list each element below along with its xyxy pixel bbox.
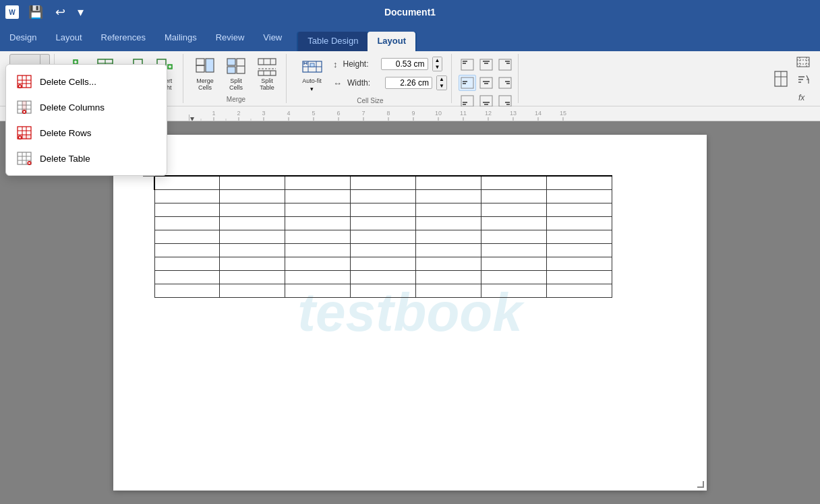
width-increment-button[interactable]: ▲ bbox=[437, 76, 446, 83]
table-cell[interactable] bbox=[285, 284, 351, 297]
table-cell[interactable] bbox=[351, 189, 416, 203]
table-cell[interactable] bbox=[154, 203, 220, 216]
table-cell[interactable] bbox=[220, 176, 285, 189]
table-cell[interactable] bbox=[220, 243, 285, 257]
dropdown-delete-cells[interactable]: Delete Cells... bbox=[6, 69, 167, 94]
table-cell[interactable] bbox=[547, 189, 612, 203]
table-row[interactable] bbox=[154, 203, 612, 216]
table-row[interactable] bbox=[154, 270, 612, 284]
table-cell[interactable] bbox=[416, 284, 481, 297]
width-decrement-button[interactable]: ▼ bbox=[437, 83, 446, 90]
tab-references[interactable]: References bbox=[92, 24, 155, 51]
table-row[interactable] bbox=[154, 189, 612, 203]
table-cell[interactable] bbox=[220, 216, 285, 230]
height-decrement-button[interactable]: ▼ bbox=[433, 64, 442, 71]
table-cell[interactable] bbox=[154, 216, 220, 230]
table-cell[interactable] bbox=[351, 270, 416, 284]
table-cell[interactable] bbox=[416, 243, 481, 257]
table-row[interactable] bbox=[154, 176, 612, 189]
table-cell[interactable] bbox=[351, 230, 416, 243]
table-cell[interactable] bbox=[481, 243, 547, 257]
formula-button[interactable]: fx bbox=[794, 89, 812, 105]
table-cell[interactable] bbox=[416, 230, 481, 243]
sort-button[interactable] bbox=[794, 71, 812, 88]
table-cell[interactable] bbox=[351, 176, 416, 189]
table-cell[interactable] bbox=[416, 203, 481, 216]
undo-button[interactable]: ↩ bbox=[53, 5, 68, 20]
table-cell[interactable] bbox=[285, 257, 351, 270]
document-table[interactable]: ✛ bbox=[154, 175, 666, 298]
tab-view[interactable]: View bbox=[254, 24, 291, 51]
table-cell[interactable] bbox=[547, 284, 612, 297]
customize-button[interactable]: ▾ bbox=[75, 5, 86, 20]
dropdown-delete-rows[interactable]: Delete Rows bbox=[6, 120, 167, 146]
table-cell[interactable] bbox=[154, 189, 220, 203]
table-cell[interactable] bbox=[154, 270, 220, 284]
table-cell[interactable] bbox=[547, 243, 612, 257]
table-cell[interactable] bbox=[285, 189, 351, 203]
table-cell[interactable] bbox=[416, 176, 481, 189]
table-row[interactable] bbox=[154, 257, 612, 270]
table-cell[interactable] bbox=[154, 230, 220, 243]
table-cell[interactable] bbox=[220, 270, 285, 284]
table-cell[interactable] bbox=[220, 203, 285, 216]
table-row[interactable] bbox=[154, 284, 612, 297]
table-cell[interactable] bbox=[351, 216, 416, 230]
width-input[interactable] bbox=[385, 77, 432, 89]
table-cell[interactable] bbox=[481, 257, 547, 270]
table-cell[interactable] bbox=[285, 203, 351, 216]
table-cell[interactable] bbox=[416, 216, 481, 230]
autofit-button[interactable]: Auto-fit ▾ bbox=[293, 54, 330, 96]
table-cell[interactable] bbox=[481, 216, 547, 230]
table-row[interactable] bbox=[154, 230, 612, 243]
text-direction-button[interactable] bbox=[769, 66, 793, 93]
height-input[interactable] bbox=[381, 58, 428, 70]
table-cell[interactable] bbox=[416, 270, 481, 284]
tab-mailings[interactable]: Mailings bbox=[155, 24, 206, 51]
table-cell[interactable] bbox=[547, 203, 612, 216]
merge-cells-button[interactable]: MergeCells bbox=[190, 54, 220, 94]
dropdown-delete-columns[interactable]: Delete Columns bbox=[6, 94, 167, 120]
table-cell[interactable] bbox=[285, 216, 351, 230]
tab-layout[interactable]: Layout bbox=[46, 24, 91, 51]
align-top-right-button[interactable] bbox=[496, 57, 514, 73]
tab-review[interactable]: Review bbox=[206, 24, 254, 51]
table-cell[interactable] bbox=[351, 257, 416, 270]
table-cell[interactable] bbox=[416, 257, 481, 270]
table-cell[interactable] bbox=[547, 216, 612, 230]
table-cell[interactable] bbox=[351, 243, 416, 257]
split-cells-button[interactable]: SplitCells bbox=[221, 54, 251, 94]
table-cell[interactable] bbox=[481, 270, 547, 284]
tab-design[interactable]: Design bbox=[0, 24, 46, 51]
align-top-left-button[interactable] bbox=[459, 57, 476, 73]
tab-table-layout[interactable]: Layout bbox=[368, 32, 415, 51]
table-cell[interactable] bbox=[547, 230, 612, 243]
table-cell[interactable] bbox=[154, 243, 220, 257]
height-increment-button[interactable]: ▲ bbox=[433, 57, 442, 64]
align-middle-left-button[interactable] bbox=[459, 75, 476, 91]
table-cell[interactable] bbox=[351, 284, 416, 297]
table-cell[interactable] bbox=[220, 189, 285, 203]
table-cell[interactable] bbox=[154, 284, 220, 297]
table-cell[interactable] bbox=[220, 230, 285, 243]
table-cell[interactable] bbox=[481, 203, 547, 216]
table-cell[interactable] bbox=[416, 189, 481, 203]
table-cell[interactable] bbox=[220, 257, 285, 270]
table-cell[interactable] bbox=[154, 257, 220, 270]
table-cell[interactable] bbox=[547, 176, 612, 189]
cell-margins-button[interactable] bbox=[794, 54, 812, 70]
tab-table-design[interactable]: Table Design bbox=[298, 32, 368, 51]
split-table-button[interactable]: SplitTable bbox=[252, 54, 282, 94]
table-row[interactable] bbox=[154, 216, 612, 230]
table-cell[interactable] bbox=[285, 270, 351, 284]
table-cell[interactable] bbox=[285, 230, 351, 243]
table-cell[interactable] bbox=[547, 257, 612, 270]
table-cell[interactable] bbox=[351, 203, 416, 216]
save-button[interactable]: 💾 bbox=[26, 5, 46, 20]
table-row[interactable] bbox=[154, 243, 612, 257]
table-resize-handle[interactable] bbox=[697, 481, 704, 488]
table-cell[interactable] bbox=[220, 284, 285, 297]
table-cell[interactable] bbox=[285, 176, 351, 189]
table[interactable] bbox=[154, 175, 612, 298]
table-cell[interactable] bbox=[481, 176, 547, 189]
